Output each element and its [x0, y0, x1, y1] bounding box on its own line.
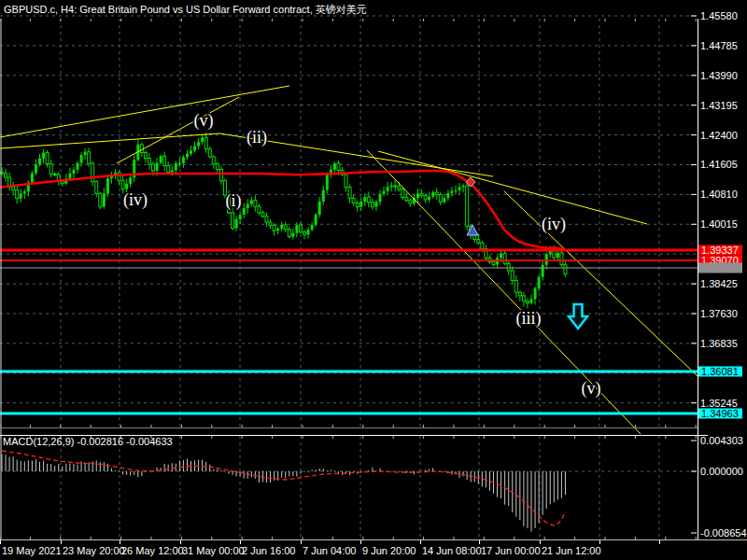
trendline-1[interactable] [117, 97, 239, 163]
candle-body-bull [326, 175, 329, 189]
candle-body-bear [258, 206, 261, 213]
candle-body-bull [455, 190, 458, 191]
candle-body-bull [193, 147, 196, 151]
wave-label[interactable]: (i) [226, 191, 242, 211]
time-axis-label: 9 Jun 20:00 [362, 545, 416, 556]
candle-body-bull [315, 215, 317, 225]
candle-body-bull [291, 233, 294, 237]
macd-axis-label: 0.000000 [700, 466, 743, 477]
candle-body-bear [337, 163, 340, 170]
price-axis-label: 1.43195 [700, 100, 738, 111]
candle-body-bull [84, 152, 87, 155]
candle-body-bull [500, 253, 502, 258]
candle-body-bear [564, 265, 567, 274]
candle-body-bull [250, 200, 253, 203]
candle-body-bear [439, 195, 442, 203]
candle-body-bear [466, 186, 469, 226]
candle-body-bull [359, 202, 362, 207]
macd-axis-label: 0.004303 [700, 435, 743, 446]
candle-body-bull [80, 155, 83, 162]
wave-label[interactable]: (iv) [542, 215, 566, 234]
candle-body-bull [190, 151, 192, 154]
candle-body-bear [212, 157, 215, 164]
candle-body-bull [156, 162, 159, 170]
candle-body-bear [402, 189, 404, 198]
candle-body-bull [178, 163, 181, 164]
candle-body-bear [46, 153, 49, 164]
candle-body-bear [140, 145, 143, 153]
candle-body-bear [356, 203, 359, 206]
candle-body-bull [77, 163, 79, 170]
candle-body-bull [103, 193, 106, 206]
candle-body-bear [560, 253, 563, 265]
candle-body-bull [450, 190, 453, 192]
hline-price-tag-text: 1.34963 [701, 408, 739, 419]
candle-body-bear [409, 201, 412, 203]
candle-body-bear [61, 181, 63, 183]
candle-body-bear [273, 225, 275, 231]
candle-body-bull [38, 159, 41, 164]
candle-body-bull [239, 215, 242, 219]
wave-label[interactable]: (iii) [516, 309, 542, 329]
candle-body-bull [23, 191, 26, 193]
candle-body-bear [492, 262, 495, 265]
candle-body-bull [31, 174, 34, 183]
candle-body-bull [20, 193, 22, 198]
candle-body-bull [363, 197, 366, 202]
wave-label[interactable]: (iv) [123, 190, 148, 210]
time-axis-label: 2 Jun 16:00 [242, 545, 296, 556]
candle-body-bear [367, 197, 370, 203]
candle-body-bear [299, 225, 302, 232]
macd-axis-label: -0.008654 [700, 527, 747, 539]
candle-body-bear [503, 253, 506, 263]
candle-body-bear [152, 164, 155, 171]
candle-body-bull [428, 197, 430, 200]
candle-body-bull [462, 186, 465, 187]
candle-body-bull [125, 184, 128, 189]
candle-body-bull [431, 192, 434, 197]
macd-signal-line [2, 451, 565, 525]
price-axis-label: 1.44785 [700, 40, 738, 51]
candle-body-bull [68, 174, 71, 179]
candle-body-bear [53, 174, 56, 175]
candle-body-bear [204, 137, 207, 148]
candle-body-bear [511, 271, 514, 281]
candle-body-bear [288, 230, 290, 237]
candle-body-bull [557, 253, 559, 258]
chart-canvas[interactable]: 1.393371.390701.360811.34963(v)(ii)(iv)(… [0, 0, 747, 560]
wave-label[interactable]: (ii) [247, 128, 267, 147]
trendline-4[interactable] [378, 151, 647, 224]
price-axis-label: 1.36835 [700, 338, 738, 349]
wave-label[interactable]: (v) [194, 111, 214, 131]
candle-body-bull [307, 230, 310, 234]
price-axis-label: 1.42400 [700, 130, 738, 141]
trendline-2[interactable] [0, 133, 219, 148]
candle-body-bull [201, 137, 204, 142]
candle-body-bear [148, 159, 150, 164]
candle-body-bear [526, 301, 529, 303]
candle-body-bull [318, 202, 321, 215]
candle-body-bear [163, 156, 166, 165]
candle-body-bear [514, 280, 517, 292]
big-down-arrow[interactable] [569, 304, 587, 329]
candle-body-bull [175, 163, 177, 170]
time-axis-label: 31 May 00:00 [182, 545, 245, 556]
time-axis-label: 19 May 2021 [2, 545, 62, 556]
candle-body-bear [95, 182, 98, 194]
candle-body-bear [5, 174, 7, 177]
price-axis-label: 1.37630 [700, 308, 738, 319]
price-axis-label: 1.43990 [700, 70, 738, 81]
hline-price-tag-text: 1.36081 [701, 366, 739, 377]
candle-body-bull [383, 191, 386, 194]
candle-body-bear [284, 225, 287, 230]
candle-body-bear [92, 163, 94, 181]
candle-body-bear [481, 243, 484, 248]
price-axis-label: 1.38425 [700, 278, 738, 289]
candle-body-bear [121, 180, 124, 189]
candle-body-bear [88, 152, 91, 164]
candle-body-bull [416, 193, 419, 197]
candle-body-bull [374, 202, 377, 206]
candle-body-bear [219, 170, 222, 181]
wave-label[interactable]: (v) [582, 379, 601, 399]
candle-body-bull [295, 225, 298, 233]
